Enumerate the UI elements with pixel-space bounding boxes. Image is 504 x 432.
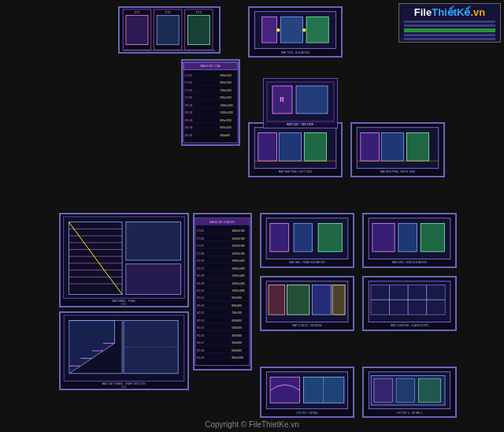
it-label: It MAT CAT - SECTION <box>263 78 338 130</box>
svg-rect-145 <box>421 223 444 251</box>
svg-rect-143 <box>372 223 395 251</box>
wm-line-2 <box>404 24 495 27</box>
svg-text:CT-02: CT-02 <box>185 81 192 84</box>
svg-text:MAT BEN TRAI - LEFT SIDE: MAT BEN TRAI - LEFT SIDE <box>279 170 313 173</box>
svg-rect-78 <box>126 264 181 295</box>
svg-text:400x400: 400x400 <box>232 334 242 337</box>
panel-12: MAT CUA SO - WINDOW <box>260 276 354 331</box>
svg-text:1000x1200: 1000x1200 <box>220 111 232 114</box>
svg-rect-161 <box>332 285 345 315</box>
svg-point-14 <box>277 28 280 32</box>
svg-rect-61 <box>381 132 403 161</box>
logo-vn-text: .vn <box>470 6 485 18</box>
svg-text:1600x2100: 1600x2100 <box>232 237 244 240</box>
svg-rect-13 <box>306 17 328 43</box>
panel-2: MAT TIEN - ELEVATION <box>248 6 343 58</box>
svg-text:MAT BEN - SIDE ELEVATION: MAT BEN - SIDE ELEVATION <box>392 261 428 264</box>
svg-rect-5 <box>187 15 209 44</box>
logo-file-text: File <box>414 6 432 18</box>
svg-text:1200x1200: 1200x1200 <box>232 282 244 285</box>
svg-text:CHI TIET - DETAIL: CHI TIET - DETAIL <box>296 412 318 415</box>
panel-3: BANG KE CUA CT-01 900x2100 CT-02 800x210… <box>181 59 240 146</box>
svg-rect-60 <box>361 132 380 161</box>
wm-line-4 <box>404 38 495 40</box>
svg-text:1500x2100: 1500x2100 <box>232 244 244 248</box>
svg-rect-56 <box>304 132 326 161</box>
svg-rect-12 <box>280 17 302 43</box>
panel-13: MAT CUA KINH - GLASS DOOR <box>362 276 457 331</box>
panel-5: MAT BEN PHAI - RIGHT SIDE <box>350 122 445 177</box>
svg-rect-160 <box>313 285 332 315</box>
panel-stair-2: MAT CAT THANG - STAIR SECTION 15/25 <box>59 311 189 390</box>
svg-rect-158 <box>269 285 285 315</box>
svg-text:800x800: 800x800 <box>232 304 242 307</box>
svg-text:15/25: 15/25 <box>120 385 127 389</box>
svg-text:CT3: CT3 <box>196 11 202 14</box>
svg-text:CT-01: CT-01 <box>185 74 192 77</box>
watermark-logo: FileThiếtKế.vn <box>398 3 501 43</box>
svg-rect-177 <box>374 378 392 402</box>
svg-text:MAT BEN PHAI - RIGHT SIDE: MAT BEN PHAI - RIGHT SIDE <box>380 170 416 173</box>
svg-text:700x2100: 700x2100 <box>220 89 232 92</box>
svg-rect-11 <box>262 17 277 43</box>
svg-text:1200x2100: 1200x2100 <box>232 252 244 255</box>
svg-text:600x900: 600x900 <box>232 349 242 352</box>
svg-rect-3 <box>126 15 148 44</box>
svg-text:600x1200: 600x1200 <box>220 126 232 129</box>
svg-text:400x900: 400x900 <box>220 134 230 137</box>
svg-text:MAT CAT - SECTION: MAT CAT - SECTION <box>287 123 313 126</box>
svg-rect-138 <box>270 223 289 251</box>
wm-line-green <box>404 28 495 32</box>
panel-9: MAT SAU - REAR ELEVATION <box>260 213 354 268</box>
wm-line-1 <box>404 20 495 23</box>
svg-text:SO-01: SO-01 <box>185 104 193 107</box>
svg-text:SO-19: SO-19 <box>197 356 205 359</box>
panel-10: MAT BEN - SIDE ELEVATION <box>362 213 457 268</box>
svg-text:600x600: 600x600 <box>232 319 242 322</box>
panel-15: CHI TIET 2 - DETAIL 2 <box>362 367 457 418</box>
svg-text:SO-03: SO-03 <box>185 119 193 122</box>
svg-text:CT-05: CT-05 <box>197 229 204 233</box>
svg-rect-159 <box>287 285 309 315</box>
svg-rect-139 <box>294 223 313 251</box>
svg-rect-62 <box>406 132 428 161</box>
svg-text:1800x1400: 1800x1400 <box>232 259 244 263</box>
svg-text:MAT CUA SO - WINDOW: MAT CUA SO - WINDOW <box>292 324 322 327</box>
svg-rect-77 <box>126 222 181 260</box>
logo-ke-text: Kế <box>457 6 470 18</box>
svg-text:SO-07: SO-07 <box>197 267 205 270</box>
copyright-text: Copyright © FileThietKe.vn <box>205 420 299 429</box>
panel-4: MAT BEN TRAI - LEFT SIDE <box>248 122 343 177</box>
svg-text:1200x1200: 1200x1200 <box>220 104 232 107</box>
svg-rect-179 <box>418 378 440 402</box>
svg-rect-55 <box>279 132 301 161</box>
watermark-lines <box>404 20 495 40</box>
svg-text:SO-17: SO-17 <box>197 341 205 344</box>
svg-text:24/25: 24/25 <box>120 303 127 306</box>
svg-text:SO-05: SO-05 <box>185 134 193 137</box>
svg-text:SO-06: SO-06 <box>197 259 205 263</box>
svg-rect-4 <box>157 15 179 44</box>
wm-line-3 <box>404 34 495 36</box>
svg-text:CT-06: CT-06 <box>197 237 204 240</box>
svg-text:800x2100: 800x2100 <box>220 81 232 84</box>
svg-text:SO-02: SO-02 <box>185 111 193 114</box>
svg-text:MAT SAU - REAR ELEVATION: MAT SAU - REAR ELEVATION <box>289 261 325 264</box>
panel-14: CHI TIET - DETAIL <box>260 367 354 418</box>
svg-rect-144 <box>398 223 417 251</box>
svg-text:It: It <box>280 95 284 103</box>
svg-text:CT-04: CT-04 <box>185 96 192 99</box>
svg-text:900x2100: 900x2100 <box>220 74 232 77</box>
svg-rect-140 <box>318 223 342 251</box>
svg-rect-172 <box>303 377 344 403</box>
svg-text:BANG KE CUA SO: BANG KE CUA SO <box>209 221 235 224</box>
svg-text:CT1: CT1 <box>134 11 139 14</box>
svg-text:MAT CUA KINH - GLASS DOOR: MAT CUA KINH - GLASS DOOR <box>391 324 428 327</box>
svg-text:300x600: 300x600 <box>232 341 242 344</box>
svg-rect-178 <box>396 378 414 402</box>
svg-text:SO-04: SO-04 <box>185 126 193 129</box>
svg-text:800x1200: 800x1200 <box>220 119 232 122</box>
svg-text:CT-03: CT-03 <box>185 89 192 92</box>
svg-text:600x2100: 600x2100 <box>220 96 232 99</box>
panel-schedule-tall: BANG KE CUA SO CT-051800x2100 CT-061600x… <box>193 213 252 371</box>
